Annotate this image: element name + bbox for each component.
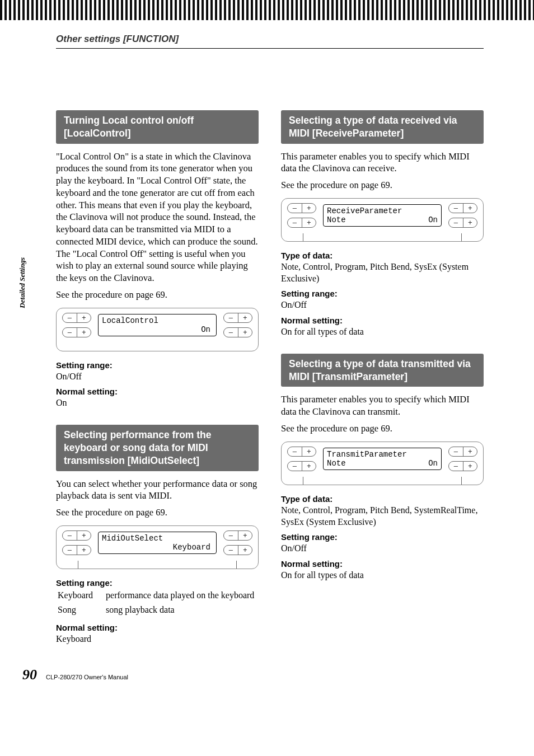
btn-pair-c-right[interactable]: – + <box>448 203 477 213</box>
minus-icon: – <box>288 204 302 213</box>
normal-setting-label: Normal setting: <box>56 387 259 396</box>
lcd-screen: LocalControl On <box>98 314 217 336</box>
table-row: Songsong playback data <box>57 603 255 617</box>
normal-setting-label: Normal setting: <box>281 559 484 569</box>
page-number: 90 <box>22 666 37 683</box>
normal-setting-value: Keyboard <box>56 633 259 645</box>
lcd-line2: On <box>102 325 213 334</box>
minus-icon: – <box>224 531 238 540</box>
normal-setting-value: On for all types of data <box>281 570 484 581</box>
plus-icon: + <box>77 328 91 337</box>
lcd-line1: MidiOutSelect <box>102 534 213 543</box>
minus-icon: – <box>288 447 302 456</box>
btn-pair-c-right[interactable]: – + <box>448 447 477 457</box>
minus-icon: – <box>449 204 463 213</box>
manual-title: CLP-280/270 Owner's Manual <box>46 674 128 680</box>
lcd-line2-left: Note <box>327 215 346 224</box>
minus-icon: – <box>224 328 238 337</box>
minus-icon: – <box>63 328 77 337</box>
type-of-data-label: Type of data: <box>281 494 484 504</box>
setting-range-value: On/Off <box>56 371 259 383</box>
minus-icon: – <box>63 546 77 555</box>
setting-range-value: On/Off <box>281 299 484 311</box>
lcd-localcontrol: – + – + LocalControl On <box>56 308 259 351</box>
footer: 90 CLP-280/270 Owner's Manual <box>22 666 128 683</box>
btn-pair-d-right[interactable]: – + <box>448 461 477 471</box>
lcd-screen: MidiOutSelect Keyboard <box>98 532 217 554</box>
plus-icon: + <box>302 204 316 213</box>
plus-icon: + <box>77 546 91 555</box>
setting-range-table: Keyboardperformance data played on the k… <box>56 588 256 618</box>
see-reference: See the procedure on page 69. <box>56 506 259 519</box>
lcd-screen: TransmitParameter Note On <box>323 448 442 470</box>
btn-pair-b-left[interactable]: – + <box>287 461 316 471</box>
plus-icon: + <box>302 447 316 456</box>
setting-range-label: Setting range: <box>281 289 484 298</box>
side-tab-label: Detailed Settings <box>18 257 27 308</box>
plus-icon: + <box>463 447 477 456</box>
normal-setting-label: Normal setting: <box>281 316 484 325</box>
normal-setting-label: Normal setting: <box>56 623 259 632</box>
lcd-midioutselect: – + – + MidiOutSelect Keyboard <box>56 525 259 569</box>
minus-icon: – <box>288 462 302 471</box>
btn-pair-a-left[interactable]: – + <box>287 203 316 213</box>
plus-icon: + <box>77 313 91 322</box>
body-text: This parameter enables you to specify wh… <box>281 151 484 175</box>
normal-setting-value: On <box>56 397 259 409</box>
section-title-transmitparameter: Selecting a type of data transmitted via… <box>281 354 484 387</box>
breadcrumb: Other settings [FUNCTION] <box>56 34 484 45</box>
btn-pair-d-right[interactable]: – + <box>223 327 252 337</box>
lcd-receiveparameter: – + – + ReceiveParameter Note On <box>281 198 484 242</box>
lcd-line2-left: Note <box>327 459 346 468</box>
type-of-data-label: Type of data: <box>281 251 484 260</box>
minus-icon: – <box>63 313 77 322</box>
type-of-data-value: Note, Control, Program, Pitch Bend, SysE… <box>281 261 484 285</box>
minus-icon: – <box>224 313 238 322</box>
minus-icon: – <box>224 546 238 555</box>
btn-pair-d-right[interactable]: – + <box>448 218 477 228</box>
setting-range-label: Setting range: <box>281 532 484 542</box>
table-row: Keyboardperformance data played on the k… <box>57 589 255 602</box>
see-reference: See the procedure on page 69. <box>56 289 259 301</box>
btn-pair-b-left[interactable]: – + <box>287 218 316 228</box>
setting-range-label: Setting range: <box>56 578 259 588</box>
left-column: Turning Local control on/off [LocalContr… <box>56 110 259 645</box>
setting-range-label: Setting range: <box>56 360 259 370</box>
btn-pair-a-left[interactable]: – + <box>62 530 91 541</box>
section-title-receiveparameter: Selecting a type of data received via MI… <box>281 110 484 144</box>
body-text: This parameter enables you to specify wh… <box>281 393 484 418</box>
header-rule <box>56 48 484 49</box>
see-reference: See the procedure on page 69. <box>281 422 484 435</box>
btn-pair-b-left[interactable]: – + <box>62 327 91 337</box>
lcd-transmitparameter: – + – + TransmitParameter Note On <box>281 442 484 485</box>
minus-icon: – <box>63 531 77 540</box>
right-column: Selecting a type of data received via MI… <box>281 110 484 645</box>
plus-icon: + <box>238 531 252 540</box>
minus-icon: – <box>288 218 302 227</box>
minus-icon: – <box>449 218 463 227</box>
body-text: You can select whether your performance … <box>56 478 259 503</box>
btn-pair-d-right[interactable]: – + <box>223 545 252 555</box>
btn-pair-a-left[interactable]: – + <box>62 313 91 323</box>
btn-pair-c-right[interactable]: – + <box>223 313 252 323</box>
btn-pair-b-left[interactable]: – + <box>62 545 91 555</box>
plus-icon: + <box>238 328 252 337</box>
plus-icon: + <box>463 218 477 227</box>
lcd-line1: TransmitParameter <box>327 450 438 459</box>
lcd-line2: Keyboard <box>102 543 213 552</box>
plus-icon: + <box>463 462 477 471</box>
plus-icon: + <box>302 462 316 471</box>
minus-icon: – <box>449 462 463 471</box>
see-reference: See the procedure on page 69. <box>281 179 484 191</box>
section-title-localcontrol: Turning Local control on/off [LocalContr… <box>56 110 259 144</box>
type-of-data-value: Note, Control, Program, Pitch Bend, Syst… <box>281 505 484 528</box>
btn-pair-a-left[interactable]: – + <box>287 447 316 457</box>
btn-pair-c-right[interactable]: – + <box>223 530 252 541</box>
minus-icon: – <box>449 447 463 456</box>
body-text: "Local Control On" is a state in which t… <box>56 151 259 284</box>
lcd-line2-right: On <box>428 215 438 224</box>
plus-icon: + <box>463 204 477 213</box>
plus-icon: + <box>238 546 252 555</box>
plus-icon: + <box>302 218 316 227</box>
setting-range-value: On/Off <box>281 543 484 555</box>
